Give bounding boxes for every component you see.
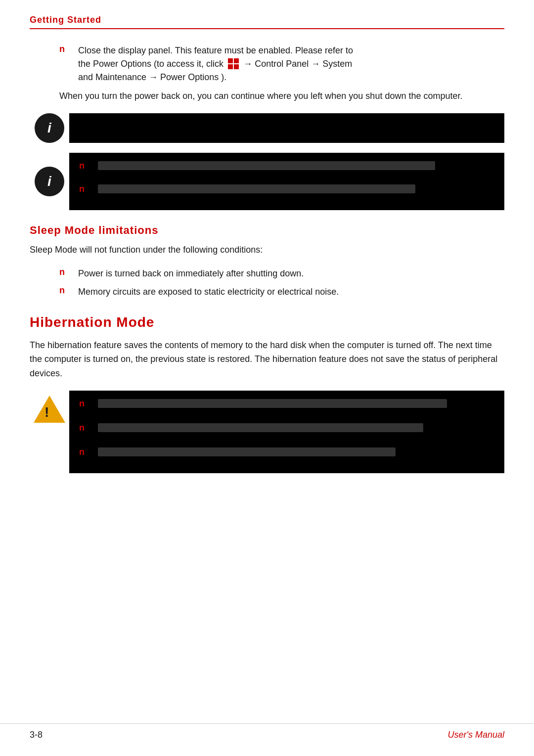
sleep-bullet-text-1: Power is turned back on immediately afte… xyxy=(78,267,504,280)
sleep-mode-bullets: n Power is turned back on immediately af… xyxy=(59,267,504,299)
warning-bullet-marker-1: n xyxy=(79,399,94,409)
svg-rect-0 xyxy=(228,58,233,63)
warning-bullet-marker-3: n xyxy=(79,447,94,457)
note-content-2: n n xyxy=(69,153,504,210)
warning-bullet-text-2 xyxy=(98,423,494,436)
note-bullet-marker-2: n xyxy=(79,184,94,194)
sleep-bullet-1: n Power is turned back on immediately af… xyxy=(59,267,504,280)
warning-triangle-icon xyxy=(34,396,65,423)
page-footer: 3-8 User's Manual xyxy=(0,723,534,746)
bullet-text-close-display: Close the display panel. This feature mu… xyxy=(78,44,504,84)
warning-content: n n n xyxy=(69,391,504,473)
note-bullet-1: n xyxy=(79,161,494,174)
warning-bullet-2: n xyxy=(79,423,494,436)
sleep-mode-heading: Sleep Mode limitations xyxy=(30,224,504,237)
warning-icon xyxy=(30,391,69,473)
info-circle-icon: i xyxy=(35,113,64,143)
hibernation-heading: Hibernation Mode xyxy=(30,314,504,330)
sleep-bullet-marker-2: n xyxy=(59,285,74,296)
bullet-marker: n xyxy=(59,44,74,54)
sleep-mode-section: Sleep Mode limitations Sleep Mode will n… xyxy=(30,224,504,299)
note-bullet-text-1 xyxy=(98,161,494,174)
warning-bullet-1: n xyxy=(79,399,494,412)
info-icon-1: i xyxy=(30,113,69,143)
info-circle-icon-2: i xyxy=(35,167,64,196)
note-content-1 xyxy=(69,113,504,143)
info-icon-2: i xyxy=(30,153,69,210)
warning-bullet-text-1 xyxy=(98,399,494,412)
warning-box: n n n xyxy=(30,391,504,473)
warning-bullet-text-3 xyxy=(98,447,494,460)
page-number: 3-8 xyxy=(30,730,43,740)
section-title: Getting Started xyxy=(30,15,101,25)
hibernation-body: The hibernation feature saves the conten… xyxy=(30,338,504,381)
warning-bullet-marker-2: n xyxy=(79,423,94,433)
bullet-item-close-display: n Close the display panel. This feature … xyxy=(59,44,504,84)
footer-manual-title: User's Manual xyxy=(448,730,504,740)
wake-text: When you turn the power back on, you can… xyxy=(59,89,504,103)
svg-rect-1 xyxy=(234,58,239,63)
svg-rect-3 xyxy=(234,64,239,69)
intro-section: n Close the display panel. This feature … xyxy=(59,44,504,103)
page-header: Getting Started xyxy=(30,15,504,29)
sleep-bullet-marker-1: n xyxy=(59,267,74,277)
svg-rect-2 xyxy=(228,64,233,69)
sleep-bullet-2: n Memory circuits are exposed to static … xyxy=(59,285,504,299)
sleep-mode-intro: Sleep Mode will not function under the f… xyxy=(30,243,504,257)
warning-bullet-3: n xyxy=(79,447,494,460)
note-bullet-marker-1: n xyxy=(79,161,94,171)
hibernation-section: Hibernation Mode The hibernation feature… xyxy=(30,314,504,473)
note-box-1: i xyxy=(30,113,504,143)
windows-logo-icon xyxy=(227,58,239,70)
sleep-bullet-text-2: Memory circuits are exposed to static el… xyxy=(78,285,504,299)
note-bullet-2: n xyxy=(79,184,494,197)
note-bullet-text-2 xyxy=(98,184,494,197)
note-box-2: i n n xyxy=(30,153,504,210)
